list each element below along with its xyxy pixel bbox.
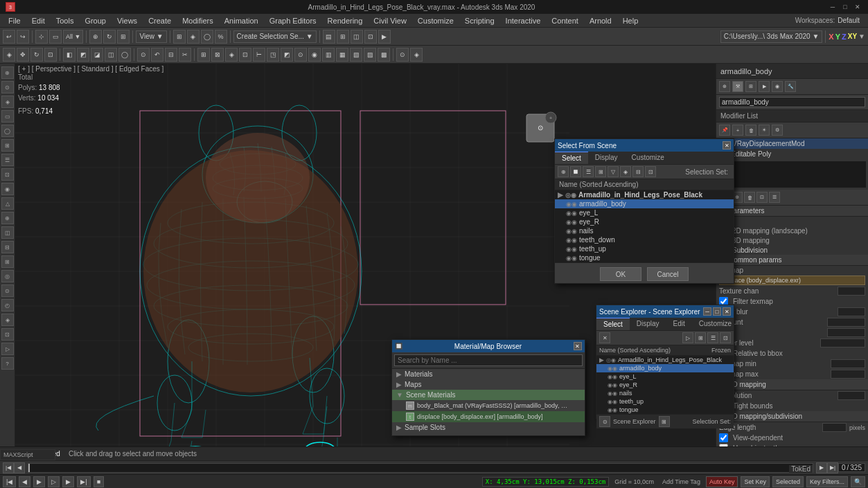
amount-input[interactable]: 1,0cm [827,318,865,327]
display-tab-icon[interactable]: ◉ [772,81,783,92]
sub-more4[interactable]: ⊡ [239,48,251,62]
menu-interactive[interactable]: Interactive [500,15,547,26]
left-icon-5[interactable]: ◯ [1,125,14,137]
left-icon-21[interactable]: ? [1,357,14,370]
menu-customize[interactable]: Customize [412,15,459,26]
tl-next-frame[interactable]: ▶ [816,462,827,473]
texmap-value[interactable]: displace (body_displace.exr) [719,275,865,285]
menu-tools[interactable]: Tools [51,15,80,26]
view-dependent-check[interactable] [719,433,728,442]
sub-paint[interactable]: ⊙ [396,48,409,62]
snap-button[interactable]: ◈ [187,30,200,44]
texmap-min-input[interactable]: -100,0 [831,359,865,368]
sub-magnet[interactable]: ⊙ [137,48,150,62]
sub-more13[interactable]: ▨ [364,48,376,62]
mb-section-sample-slots[interactable]: ▶ Sample Slots [392,422,585,433]
render-setup-btn[interactable]: ⊡ [364,30,377,44]
left-icon-19[interactable]: ⊡ [1,328,14,341]
bb-key-prev[interactable]: |◀ [3,476,16,487]
left-icon-3[interactable]: ◈ [1,96,14,108]
sub-tool2[interactable]: ◩ [77,48,89,62]
view-dropdown[interactable]: View ▼ [136,30,166,43]
left-icon-2[interactable]: ⊙ [1,81,14,93]
se-footer-icon2[interactable]: ⊞ [659,416,670,427]
mb-close-btn[interactable]: ✕ [574,342,582,350]
menu-edit[interactable]: Edit [26,15,51,26]
sub-select-btn[interactable]: ◈ [3,48,15,62]
left-icon-7[interactable]: ☰ [1,154,14,166]
params-icon-5[interactable]: ☰ [769,192,780,203]
tl-next-btn[interactable]: ▶| [827,462,838,473]
ss-btn-4[interactable]: ⊞ [595,166,606,177]
menu-rendering[interactable]: Rendering [322,15,369,26]
left-icon-12[interactable]: ◫ [1,226,14,239]
menu-modifiers[interactable]: Modifiers [177,15,219,26]
se-tree-teeth-up[interactable]: ◉◉ teeth_up [596,397,734,406]
left-icon-11[interactable]: ⊕ [1,212,14,224]
tab-select[interactable]: Select [555,152,588,164]
params-icon-4[interactable]: ⊡ [756,192,768,203]
auto-key-btn[interactable]: Auto Key [706,476,738,487]
menu-group[interactable]: Group [79,15,112,26]
mb-section-maps[interactable]: ▶ Maps [392,379,585,390]
tree-armadillo-body[interactable]: ◉◉ armadillo_body [555,199,734,208]
ss-btn-1[interactable]: ⊕ [558,166,569,177]
tab-display[interactable]: Display [588,152,625,164]
sub-loop[interactable]: ↶ [151,48,163,62]
bb-prev-frame[interactable]: ◀ [19,476,30,487]
mod-pin-icon[interactable]: 📌 [719,125,730,136]
create-selection-set[interactable]: Create Selection Se... ▼ [233,30,317,43]
ss-btn-3[interactable]: ☰ [583,166,594,177]
se-tb-2[interactable]: ▷ [682,332,693,343]
se-tb-4[interactable]: ☰ [707,332,718,343]
left-icon-8[interactable]: ⊡ [1,168,14,181]
sub-tool4[interactable]: ◫ [105,48,117,62]
bb-play-all[interactable]: ▷ [48,476,60,487]
left-icon-14[interactable]: ⊞ [1,255,14,268]
se-footer-icon[interactable]: ⊙ [599,416,610,427]
tree-teeth-down[interactable]: ◉◉ teeth_down [555,235,734,244]
left-icon-10[interactable]: △ [1,197,14,210]
left-icon-15[interactable]: ◎ [1,270,14,282]
select-scene-close[interactable]: ✕ [723,141,731,150]
texmap-max-input[interactable]: 100,0 [831,370,865,379]
mod-add-icon[interactable]: + [732,125,743,136]
ss-btn-6[interactable]: ◈ [620,166,631,177]
menu-file[interactable]: File [3,15,26,26]
undo-button[interactable]: ↩ [3,30,15,44]
modifier-vray[interactable]: 🔲 VRayDisplacementMod [716,138,868,149]
menu-arnold[interactable]: Arnold [584,15,617,26]
motion-tab-icon[interactable]: ▶ [759,81,770,92]
bb-stop[interactable]: ■ [94,476,104,487]
sub-more6[interactable]: ◳ [267,48,279,62]
tree-root[interactable]: ▶ ◎◉ Armadillo_in_Hind_Legs_Pose_Black [555,190,734,199]
menu-graph-editors[interactable]: Graph Editors [264,15,322,26]
se-tree-body[interactable]: ◉◉ armadillo_body [596,364,734,372]
sub-tool5[interactable]: ◯ [118,48,131,62]
maximize-button[interactable]: □ [840,2,850,12]
mb-mat-displace[interactable]: t displace [body_displace.exr] [armadill… [392,411,585,422]
snap-rotate[interactable]: ◯ [201,30,213,44]
menu-content[interactable]: Content [546,15,584,26]
add-time-tag[interactable]: Add Time Tag [662,478,700,485]
sub-tool1[interactable]: ◧ [63,48,76,62]
search-btn[interactable]: 🔍 [851,476,865,487]
resolution-input[interactable]: 512 [838,391,865,400]
bb-play[interactable]: ▶ [33,476,45,487]
water-level-input[interactable]: 0 0,0cm [820,338,865,347]
material-editor-btn[interactable]: ◫ [351,30,363,44]
se-close-btn[interactable]: ✕ [723,307,731,316]
scale-button[interactable]: ⊞ [117,30,130,44]
tree-tongue[interactable]: ◉◉ tongue [555,253,734,262]
left-icon-17[interactable]: ◴ [1,299,14,311]
se-tb-1[interactable]: ✕ [599,332,610,343]
left-icon-18[interactable]: ◈ [1,314,14,326]
sub-more1[interactable]: ⊞ [197,48,210,62]
se-tree-eye-l[interactable]: ◉◉ eye_L [596,372,734,381]
object-name-input[interactable] [719,97,865,107]
redo-button[interactable]: ↪ [17,30,29,44]
sub-more9[interactable]: ◉ [308,48,321,62]
mb-section-scene-materials[interactable]: ▼ Scene Materials [392,390,585,400]
left-icon-1[interactable]: ⊕ [1,66,14,79]
edge-length-input[interactable]: 1,0 [822,423,847,432]
